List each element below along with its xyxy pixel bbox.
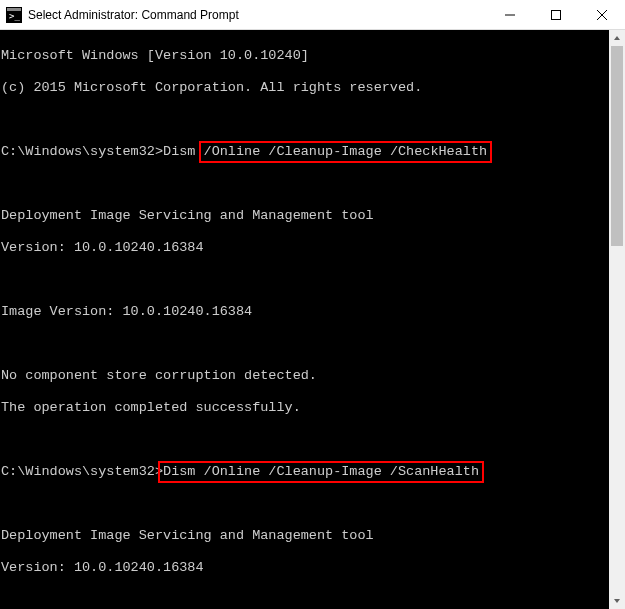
output-line: Deployment Image Servicing and Managemen… [1,208,609,224]
svg-rect-4 [552,11,561,20]
vertical-scrollbar[interactable] [609,30,625,609]
highlighted-command: /Online /Cleanup-Image /CheckHealth [199,141,493,163]
output-line: Deployment Image Servicing and Managemen… [1,528,609,544]
svg-marker-8 [614,599,620,603]
window-title: Select Administrator: Command Prompt [28,8,487,22]
command-line: C:\Windows\system32>Dism /Online /Cleanu… [1,144,609,160]
prompt: C:\Windows\system32>Dism [1,144,204,159]
terminal-output[interactable]: Microsoft Windows [Version 10.0.10240] (… [0,30,609,609]
output-line: No component store corruption detected. [1,368,609,384]
highlighted-command: Dism /Online /Cleanup-Image /ScanHealth [158,461,484,483]
svg-marker-7 [614,36,620,40]
svg-text:>_: >_ [9,11,20,21]
cmd-icon: >_ [6,7,22,23]
minimize-button[interactable] [487,0,533,30]
output-line: The operation completed successfully. [1,400,609,416]
scroll-up-arrow-icon[interactable] [609,30,625,46]
output-line: Microsoft Windows [Version 10.0.10240] [1,48,609,64]
output-line: Version: 10.0.10240.16384 [1,240,609,256]
command-line: C:\Windows\system32>Dism /Online /Cleanu… [1,464,609,480]
output-line: Version: 10.0.10240.16384 [1,560,609,576]
titlebar[interactable]: >_ Select Administrator: Command Prompt [0,0,625,30]
scroll-down-arrow-icon[interactable] [609,593,625,609]
scroll-thumb[interactable] [611,46,623,246]
terminal-area: Microsoft Windows [Version 10.0.10240] (… [0,30,625,609]
prompt: C:\Windows\system32> [1,464,163,479]
window-controls [487,0,625,29]
close-button[interactable] [579,0,625,30]
maximize-button[interactable] [533,0,579,30]
output-line: Image Version: 10.0.10240.16384 [1,304,609,320]
output-line: (c) 2015 Microsoft Corporation. All righ… [1,80,609,96]
